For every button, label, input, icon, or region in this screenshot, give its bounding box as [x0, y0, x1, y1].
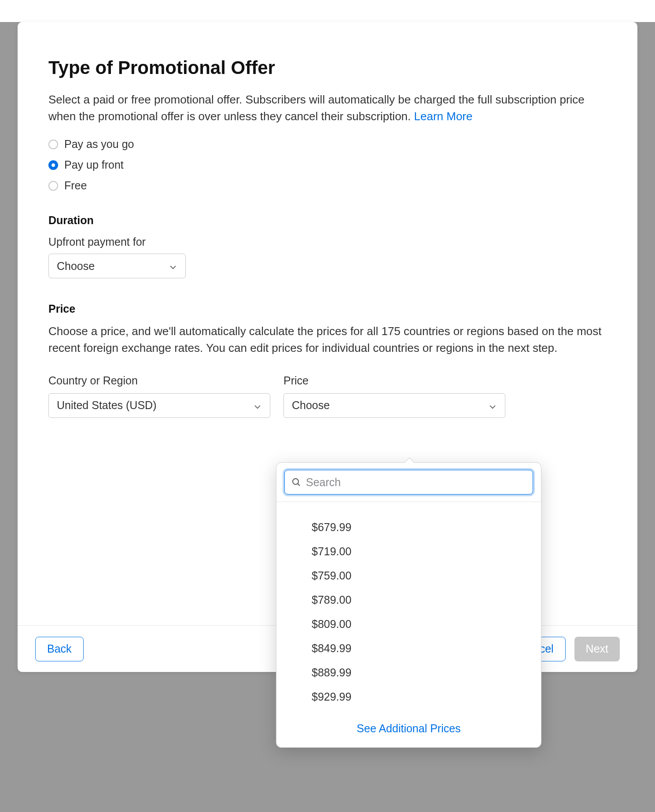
- page-background-strip: [0, 0, 655, 22]
- price-option[interactable]: $889.99: [276, 661, 541, 685]
- duration-heading: Duration: [48, 214, 607, 227]
- chevron-down-icon: [169, 262, 177, 270]
- search-input[interactable]: [306, 470, 526, 494]
- price-heading: Price: [48, 303, 607, 315]
- next-button-label: Next: [586, 642, 608, 655]
- price-option[interactable]: $849.99: [276, 636, 541, 661]
- radio-indicator: [48, 140, 58, 149]
- svg-point-0: [293, 479, 298, 484]
- description-text: Select a paid or free promotional offer.…: [48, 93, 585, 123]
- modal-title: Type of Promotional Offer: [48, 57, 607, 78]
- radio-indicator: [48, 181, 58, 191]
- price-field: Price Choose: [283, 374, 505, 418]
- chevron-down-icon: [488, 401, 497, 410]
- price-dropdown-popover: $679.99 $719.00 $759.00 $789.00 $809.00 …: [276, 462, 541, 748]
- duration-section: Duration Upfront payment for Choose: [48, 214, 607, 278]
- svg-line-1: [298, 484, 300, 486]
- search-box[interactable]: [284, 470, 533, 495]
- radio-label: Pay as you go: [64, 138, 134, 151]
- radio-pay-as-you-go[interactable]: Pay as you go: [48, 138, 607, 151]
- back-button[interactable]: Back: [35, 637, 84, 661]
- price-description: Choose a price, and we'll automatically …: [48, 323, 607, 356]
- price-select[interactable]: Choose: [283, 393, 505, 418]
- price-option[interactable]: $789.00: [276, 588, 541, 612]
- price-option[interactable]: $809.00: [276, 612, 541, 636]
- country-select[interactable]: United States (USD): [48, 393, 270, 418]
- country-select-value: United States (USD): [57, 399, 156, 412]
- price-label: Price: [283, 374, 505, 387]
- see-additional-prices-wrap: See Additional Prices: [276, 713, 541, 747]
- offer-type-radio-group: Pay as you go Pay up front Free: [48, 138, 607, 192]
- radio-free[interactable]: Free: [48, 179, 607, 192]
- country-label: Country or Region: [48, 374, 270, 387]
- price-option[interactable]: $759.00: [276, 564, 541, 588]
- popover-search-wrap: [276, 463, 541, 502]
- price-select-value: Choose: [292, 399, 330, 412]
- modal-description: Select a paid or free promotional offer.…: [48, 92, 607, 125]
- price-fields-row: Country or Region United States (USD) Pr…: [48, 374, 607, 418]
- price-option[interactable]: $929.99: [276, 685, 541, 709]
- radio-pay-up-front[interactable]: Pay up front: [48, 159, 607, 171]
- duration-label: Upfront payment for: [48, 236, 607, 248]
- learn-more-link[interactable]: Learn More: [414, 110, 473, 123]
- chevron-down-icon: [253, 401, 262, 410]
- radio-indicator-selected: [48, 160, 58, 170]
- radio-label: Free: [64, 179, 87, 192]
- next-button[interactable]: Next: [574, 637, 620, 661]
- see-additional-prices-link[interactable]: See Additional Prices: [357, 722, 460, 734]
- duration-select[interactable]: Choose: [48, 254, 186, 278]
- price-section: Price Choose a price, and we'll automati…: [48, 303, 607, 417]
- price-options-list: $679.99 $719.00 $759.00 $789.00 $809.00 …: [276, 502, 541, 713]
- country-field: Country or Region United States (USD): [48, 374, 270, 418]
- duration-select-value: Choose: [57, 260, 95, 273]
- radio-label: Pay up front: [64, 159, 124, 171]
- price-option[interactable]: $679.99: [276, 515, 541, 539]
- search-icon: [291, 477, 302, 487]
- back-button-label: Back: [47, 642, 72, 655]
- popover-arrow: [404, 458, 414, 463]
- price-option[interactable]: $719.00: [276, 539, 541, 564]
